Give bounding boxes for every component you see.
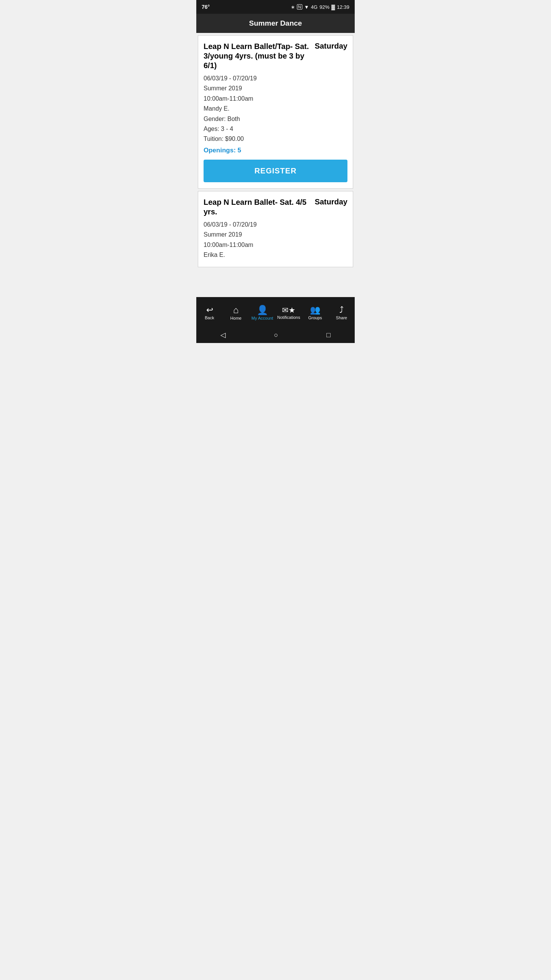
nav-item-share[interactable]: ⤴ Share — [330, 306, 353, 320]
class-date-range-1: 06/03/19 - 07/20/19 — [204, 74, 347, 83]
class-gender-1: Gender: Both — [204, 115, 347, 123]
myaccount-icon: 👤 — [257, 305, 268, 315]
back-icon: ↩ — [206, 306, 213, 314]
signal-icon: 4G — [311, 4, 318, 10]
android-home-button[interactable]: ○ — [274, 331, 278, 339]
bottom-nav: ↩ Back ⌂ Home 👤 My Account ✉★ Notificati… — [196, 297, 355, 327]
share-icon: ⤴ — [339, 306, 344, 314]
app-header: Summer Dance — [196, 14, 355, 33]
class-season-2: Summer 2019 — [204, 230, 347, 239]
nav-label-notifications: Notifications — [277, 315, 300, 320]
nfc-icon: N — [297, 4, 302, 10]
class-title-2: Leap N Learn Ballet- Sat. 4/5 yrs. — [204, 198, 315, 217]
register-button-1[interactable]: REGISTER — [204, 160, 347, 182]
groups-icon: 👥 — [310, 306, 320, 314]
status-bar: 76° ∗ N ▼ 4G 92% ▓ 12:39 — [196, 0, 355, 14]
class-season-1: Summer 2019 — [204, 84, 347, 93]
content-area: Leap N Learn Ballet/Tap- Sat. 3/young 4y… — [196, 33, 355, 297]
bluetooth-icon: ∗ — [291, 4, 295, 10]
nav-label-back: Back — [205, 315, 214, 320]
android-back-button[interactable]: ◁ — [220, 331, 226, 339]
nav-item-groups[interactable]: 👥 Groups — [304, 306, 327, 320]
nav-item-home[interactable]: ⌂ Home — [225, 305, 248, 320]
battery-icon: ▓ — [331, 4, 335, 10]
class-day-2: Saturday — [315, 198, 347, 206]
class-time-2: 10:00am-11:00am — [204, 241, 347, 249]
nav-item-notifications[interactable]: ✉★ Notifications — [277, 306, 300, 320]
class-card-1: Leap N Learn Ballet/Tap- Sat. 3/young 4y… — [198, 35, 353, 189]
android-recent-button[interactable]: □ — [326, 331, 331, 339]
nav-label-myaccount: My Account — [251, 316, 273, 320]
notifications-icon: ✉★ — [282, 306, 295, 314]
nav-label-share: Share — [336, 315, 347, 320]
class-tuition-1: Tuition: $90.00 — [204, 135, 347, 143]
temperature: 76° — [202, 4, 210, 10]
class-instructor-2: Erika E. — [204, 251, 347, 259]
class-instructor-1: Mandy E. — [204, 105, 347, 113]
time: 12:39 — [337, 4, 349, 10]
class-time-1: 10:00am-11:00am — [204, 95, 347, 103]
nav-label-home: Home — [230, 316, 241, 320]
header-title: Summer Dance — [249, 19, 302, 27]
class-day-1: Saturday — [315, 42, 347, 51]
class-title-row-2: Leap N Learn Ballet- Sat. 4/5 yrs. Satur… — [204, 198, 347, 217]
class-ages-1: Ages: 3 - 4 — [204, 125, 347, 133]
android-nav: ◁ ○ □ — [196, 327, 355, 343]
class-date-range-2: 06/03/19 - 07/20/19 — [204, 220, 347, 229]
class-title-row-1: Leap N Learn Ballet/Tap- Sat. 3/young 4y… — [204, 42, 347, 70]
nav-item-myaccount[interactable]: 👤 My Account — [251, 305, 274, 320]
class-openings-1: Openings: 5 — [204, 147, 347, 154]
status-right: ∗ N ▼ 4G 92% ▓ 12:39 — [291, 4, 349, 10]
nav-item-back[interactable]: ↩ Back — [198, 306, 221, 320]
wifi-icon: ▼ — [304, 4, 309, 10]
battery-percent: 92% — [320, 4, 329, 10]
class-card-2: Leap N Learn Ballet- Sat. 4/5 yrs. Satur… — [198, 191, 353, 268]
class-title-1: Leap N Learn Ballet/Tap- Sat. 3/young 4y… — [204, 42, 315, 70]
home-icon: ⌂ — [233, 305, 239, 315]
nav-label-groups: Groups — [308, 315, 322, 320]
